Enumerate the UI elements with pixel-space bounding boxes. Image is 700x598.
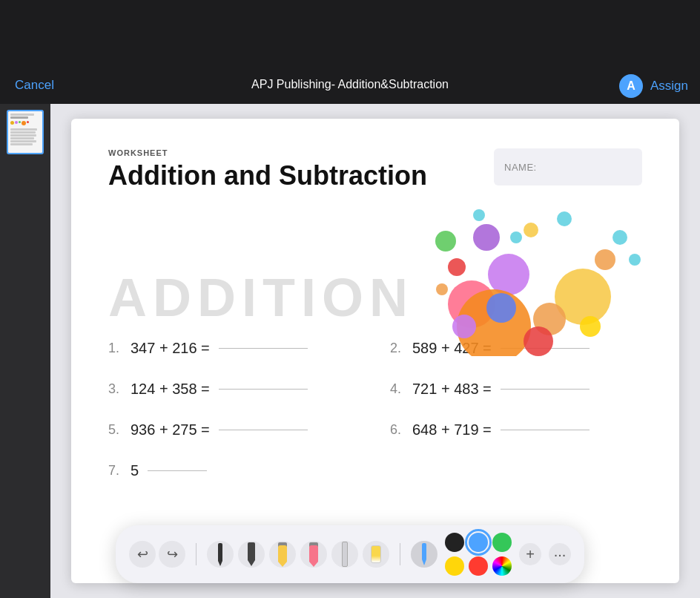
sidebar xyxy=(0,104,50,598)
color-yellow[interactable] xyxy=(445,556,464,576)
highlighter-pink-icon xyxy=(309,542,318,567)
problem-4: 4. 721 + 483 = xyxy=(390,381,642,398)
document-title: APJ Publishing- Addition&Subtraction xyxy=(251,78,449,91)
ruler-tool-button[interactable] xyxy=(331,541,358,568)
add-color-button[interactable]: + xyxy=(519,543,541,565)
highlighter-yellow-button[interactable] xyxy=(269,541,296,568)
undo-redo-group: ↩ ↪ xyxy=(129,541,185,568)
color-blue[interactable] xyxy=(469,533,488,552)
color-multicolor[interactable] xyxy=(492,556,512,576)
svg-point-11 xyxy=(452,315,476,338)
problems-grid: 1. 347 + 216 = 2. 589 + 427 = 3. 124 + 3… xyxy=(108,340,642,479)
pen-tool-button[interactable] xyxy=(207,541,234,568)
problem-7: 7. 5 xyxy=(108,462,360,479)
drawing-tools xyxy=(207,541,389,568)
svg-point-4 xyxy=(473,224,500,251)
svg-point-17 xyxy=(557,211,572,226)
drawing-toolbar: ↩ ↪ xyxy=(116,525,584,583)
highlighter-pink-button[interactable] xyxy=(300,541,327,568)
svg-point-12 xyxy=(612,230,627,245)
name-box: NAME: xyxy=(494,148,642,185)
watermark-text: ADDITION xyxy=(108,267,414,328)
color-red[interactable] xyxy=(469,556,488,576)
more-options-button[interactable]: ··· xyxy=(549,543,571,565)
color-green[interactable] xyxy=(492,533,512,552)
svg-point-7 xyxy=(448,258,466,276)
right-actions: A Assign xyxy=(619,74,688,98)
svg-point-15 xyxy=(486,293,516,323)
blue-pen-icon xyxy=(422,543,426,565)
problem-3: 3. 124 + 358 = xyxy=(108,381,360,398)
page-thumbnail[interactable] xyxy=(7,110,44,154)
svg-point-16 xyxy=(510,231,522,243)
main-area: WORKSHEET Addition and Subtraction NAME:… xyxy=(0,104,700,598)
eraser-icon xyxy=(371,545,381,563)
eraser-tool-button[interactable] xyxy=(363,541,389,568)
svg-point-8 xyxy=(436,283,448,295)
cancel-button[interactable]: Cancel xyxy=(15,78,54,93)
pen-icon xyxy=(218,543,222,566)
color-black[interactable] xyxy=(445,533,464,552)
blue-pen-button[interactable] xyxy=(411,541,438,568)
marker-tool-button[interactable] xyxy=(238,541,265,568)
svg-point-14 xyxy=(435,231,456,252)
problems-section: 1. 347 + 216 = 2. 589 + 427 = 3. 124 + 3… xyxy=(108,340,642,479)
avatar: A xyxy=(619,74,643,98)
svg-point-3 xyxy=(488,254,529,295)
marker-icon xyxy=(248,542,255,566)
svg-point-2 xyxy=(595,249,615,270)
problem-6: 6. 648 + 719 = xyxy=(390,421,642,438)
highlighter-yellow-icon xyxy=(278,542,287,567)
document-area[interactable]: WORKSHEET Addition and Subtraction NAME:… xyxy=(50,104,700,598)
svg-point-5 xyxy=(524,223,538,237)
svg-point-19 xyxy=(580,316,601,337)
color-palette xyxy=(445,533,512,576)
name-label: NAME: xyxy=(504,162,537,173)
ruler-icon xyxy=(342,542,348,567)
problem-1: 1. 347 + 216 = xyxy=(108,340,360,357)
top-bar: Cancel APJ Publishing- Addition&Subtract… xyxy=(0,0,700,104)
svg-point-10 xyxy=(524,326,553,356)
separator-1 xyxy=(196,543,197,565)
bubbles-decoration xyxy=(435,200,642,349)
separator-2 xyxy=(400,543,400,565)
undo-button[interactable]: ↩ xyxy=(129,541,156,568)
problem-5: 5. 936 + 275 = xyxy=(108,421,360,438)
assign-button[interactable]: Assign xyxy=(650,79,688,93)
redo-button[interactable]: ↪ xyxy=(159,541,185,568)
svg-point-13 xyxy=(629,254,641,266)
worksheet-page: WORKSHEET Addition and Subtraction NAME:… xyxy=(71,119,679,583)
svg-point-18 xyxy=(473,209,485,221)
